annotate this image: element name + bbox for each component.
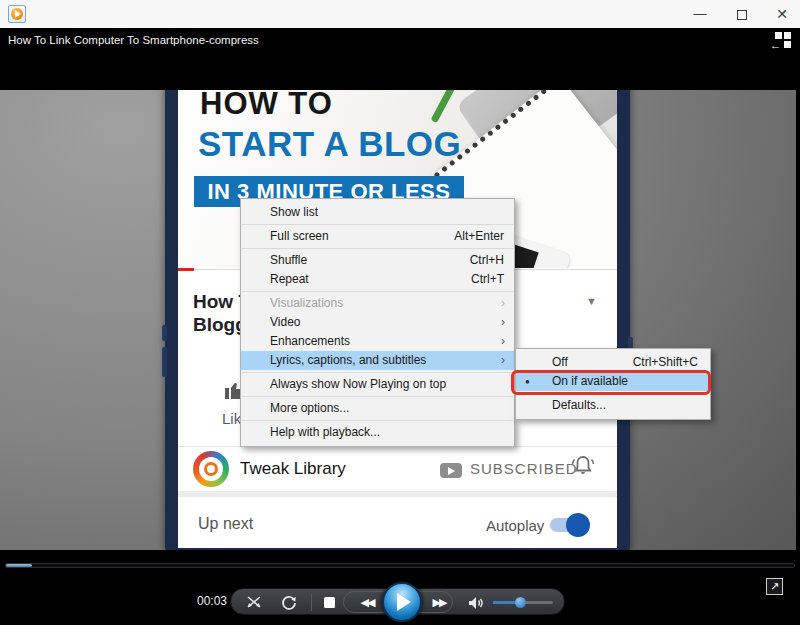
shuffle-button[interactable] bbox=[237, 589, 271, 616]
menu-item-video[interactable]: Video› bbox=[241, 313, 514, 332]
channel-name: Tweak Library bbox=[240, 459, 346, 479]
subtitles-submenu: OffCtrl+Shift+C ●On if available Default… bbox=[515, 348, 711, 420]
shortcut-label: Ctrl+T bbox=[471, 270, 504, 289]
menu-item-enhancements[interactable]: Enhancements› bbox=[241, 332, 514, 351]
submenu-item-on-if-available[interactable]: ●On if available bbox=[516, 372, 710, 391]
subscribed-label: SUBSCRIBED bbox=[470, 460, 578, 477]
wmp-app-icon bbox=[8, 5, 26, 23]
menu-item-full-screen[interactable]: Full screenAlt+Enter bbox=[241, 227, 514, 246]
section-divider bbox=[178, 491, 617, 497]
elapsed-time: 00:03 bbox=[197, 594, 227, 608]
green-pen-photo bbox=[431, 90, 457, 123]
rewind-icon: ◀◀ bbox=[361, 596, 374, 609]
like-button-label: Lik bbox=[222, 410, 241, 427]
fast-forward-button[interactable]: ▶▶ bbox=[421, 589, 457, 616]
library-grid-icon bbox=[775, 32, 782, 39]
submenu-arrow-icon: › bbox=[501, 351, 505, 370]
volume-knob[interactable] bbox=[515, 597, 526, 608]
volume-slider[interactable] bbox=[493, 601, 553, 604]
letterbox-edge bbox=[796, 90, 800, 550]
menu-separator bbox=[517, 393, 709, 394]
seek-progress bbox=[6, 564, 32, 567]
submenu-arrow-icon: › bbox=[501, 332, 505, 351]
radio-bullet-icon: ● bbox=[525, 372, 530, 391]
playback-context-menu: Show list Full screenAlt+Enter ShuffleCt… bbox=[240, 198, 515, 447]
speaker-icon bbox=[468, 596, 484, 610]
title-bar: — ✕ bbox=[0, 0, 800, 28]
maximize-button[interactable] bbox=[722, 0, 762, 28]
fullscreen-button[interactable]: ↗ bbox=[766, 578, 783, 595]
menu-item-lyrics-captions-subtitles[interactable]: Lyrics, captions, and subtitles› bbox=[241, 351, 514, 370]
now-playing-title: How To Link Computer To Smartphone-compr… bbox=[8, 34, 259, 46]
menu-separator bbox=[242, 396, 513, 397]
back-arrow-icon: ← bbox=[770, 39, 781, 51]
youtube-progress-bar bbox=[178, 268, 194, 271]
up-next-label: Up next bbox=[198, 515, 253, 533]
autoplay-label: Autoplay bbox=[486, 517, 544, 534]
chevron-down-icon: ▼ bbox=[586, 295, 597, 307]
menu-item-shuffle[interactable]: ShuffleCtrl+H bbox=[241, 251, 514, 270]
menu-separator bbox=[242, 248, 513, 249]
shuffle-icon bbox=[246, 595, 263, 610]
menu-item-always-show-now-playing[interactable]: Always show Now Playing on top bbox=[241, 375, 514, 394]
phone-volume-button bbox=[162, 325, 167, 341]
stop-button[interactable] bbox=[315, 589, 343, 616]
mute-button[interactable] bbox=[463, 589, 489, 616]
youtube-icon bbox=[440, 463, 462, 478]
library-grid-icon bbox=[784, 32, 791, 39]
menu-separator bbox=[242, 372, 513, 373]
fast-forward-icon: ▶▶ bbox=[433, 596, 446, 609]
now-playing-header: How To Link Computer To Smartphone-compr… bbox=[0, 28, 800, 90]
stop-icon bbox=[324, 597, 335, 608]
repeat-icon bbox=[281, 595, 297, 611]
channel-avatar bbox=[193, 451, 229, 487]
phone-volume-button bbox=[162, 347, 167, 377]
play-pause-button[interactable] bbox=[382, 582, 422, 622]
switch-to-library-button[interactable]: ← bbox=[772, 32, 792, 50]
repeat-button[interactable] bbox=[273, 589, 305, 616]
playback-control-bar: 00:03 ◀◀ ▶▶ bbox=[0, 550, 800, 625]
shortcut-label: Alt+Enter bbox=[454, 227, 504, 246]
fullscreen-arrow-icon: ↗ bbox=[770, 580, 779, 592]
menu-item-visualizations: Visualizations› bbox=[241, 294, 514, 313]
autoplay-toggle[interactable] bbox=[550, 518, 586, 532]
library-grid-icon bbox=[784, 41, 791, 48]
play-icon bbox=[397, 593, 411, 611]
close-button[interactable]: ✕ bbox=[762, 0, 800, 28]
submenu-arrow-icon: › bbox=[501, 294, 505, 313]
submenu-arrow-icon: › bbox=[501, 313, 505, 332]
shortcut-label: Ctrl+Shift+C bbox=[633, 353, 698, 372]
thumbnail-text-line1: HOW TO bbox=[200, 90, 333, 122]
maximize-icon bbox=[737, 10, 747, 20]
notification-bell-icon bbox=[570, 453, 596, 479]
divider bbox=[311, 594, 312, 611]
seek-bar[interactable] bbox=[5, 563, 795, 568]
menu-separator bbox=[242, 420, 513, 421]
transport-controls: ◀◀ ▶▶ bbox=[230, 588, 565, 615]
thumbnail-text-line2: START A BLOG bbox=[198, 124, 461, 164]
minimize-button[interactable]: — bbox=[680, 0, 720, 28]
submenu-item-defaults[interactable]: Defaults... bbox=[516, 396, 710, 415]
submenu-item-off[interactable]: OffCtrl+Shift+C bbox=[516, 353, 710, 372]
menu-item-more-options[interactable]: More options... bbox=[241, 399, 514, 418]
menu-item-repeat[interactable]: RepeatCtrl+T bbox=[241, 270, 514, 289]
rewind-button[interactable]: ◀◀ bbox=[349, 589, 385, 616]
toggle-knob bbox=[566, 513, 590, 537]
shortcut-label: Ctrl+H bbox=[470, 251, 504, 270]
menu-item-help-with-playback[interactable]: Help with playback... bbox=[241, 423, 514, 442]
menu-item-show-list[interactable]: Show list bbox=[241, 203, 514, 222]
menu-separator bbox=[242, 224, 513, 225]
menu-separator bbox=[242, 291, 513, 292]
